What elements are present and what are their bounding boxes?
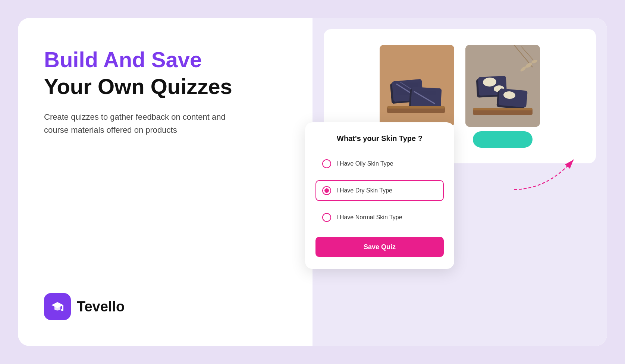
svg-rect-28 bbox=[473, 108, 533, 110]
product-image-1 bbox=[380, 45, 454, 127]
product-image-2 bbox=[465, 45, 540, 127]
product-button-teal[interactable] bbox=[473, 131, 533, 148]
quiz-option-label-normal: I Have Normal Skin Type bbox=[336, 214, 402, 221]
radio-dry-inner bbox=[324, 188, 329, 193]
radio-dry[interactable] bbox=[322, 186, 331, 195]
save-quiz-button[interactable]: Save Quiz bbox=[315, 237, 444, 257]
brand-logo-icon bbox=[49, 298, 66, 315]
right-panel: What's your Skin Type ? I Have Oily Skin… bbox=[312, 18, 607, 346]
brand: Tevello bbox=[44, 293, 286, 320]
quiz-option-label-dry: I Have Dry Skin Type bbox=[336, 187, 392, 194]
product-card-2 bbox=[465, 45, 540, 148]
headline-black: Your Own Quizzes bbox=[44, 75, 286, 98]
quiz-option-normal[interactable]: I Have Normal Skin Type bbox=[315, 207, 444, 228]
quiz-option-oily[interactable]: I Have Oily Skin Type bbox=[315, 153, 444, 174]
description: Create quizzes to gather feedback on con… bbox=[44, 110, 230, 136]
quiz-option-dry[interactable]: I Have Dry Skin Type bbox=[315, 180, 444, 201]
headline-purple: Build And Save bbox=[44, 48, 286, 72]
quiz-title: What's your Skin Type ? bbox=[315, 134, 444, 143]
quiz-option-label-oily: I Have Oily Skin Type bbox=[336, 160, 393, 167]
svg-rect-13 bbox=[387, 106, 445, 109]
product-soap-1 bbox=[380, 45, 454, 127]
quiz-options: I Have Oily Skin Type I Have Dry Skin Ty… bbox=[315, 153, 444, 228]
left-content: Build And Save Your Own Quizzes Create q… bbox=[44, 48, 286, 136]
radio-normal[interactable] bbox=[322, 213, 331, 222]
product-soap-2 bbox=[465, 45, 540, 127]
quiz-card: What's your Skin Type ? I Have Oily Skin… bbox=[305, 122, 454, 269]
svg-rect-10 bbox=[411, 87, 442, 109]
main-card: Build And Save Your Own Quizzes Create q… bbox=[18, 18, 607, 346]
brand-logo bbox=[44, 293, 71, 320]
brand-name: Tevello bbox=[77, 299, 125, 315]
radio-oily[interactable] bbox=[322, 159, 331, 168]
svg-point-3 bbox=[61, 309, 63, 311]
left-panel: Build And Save Your Own Quizzes Create q… bbox=[18, 18, 312, 346]
